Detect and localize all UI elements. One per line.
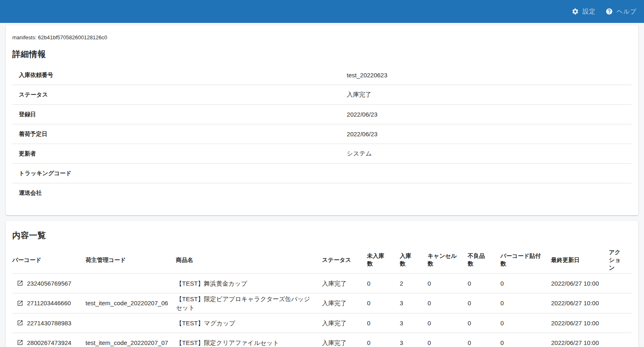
col-header-label: アクション [609, 248, 625, 272]
contents-card: 内容一覧 バーコード 荷主管理コード 商品名 ステータス 未入庫数 入庫数 キャ… [6, 221, 638, 347]
help-icon [606, 8, 613, 15]
cell-defective: 0 [468, 293, 500, 313]
cell-received: 3 [400, 293, 428, 313]
barcode-value: 2711203446660 [27, 299, 71, 307]
cell-not-received: 0 [367, 313, 400, 333]
table-row: 2324056769567 【TEST】舞浜黄金カップ 入庫完了 0 2 0 0… [12, 273, 632, 293]
cell-cancelled: 0 [428, 313, 468, 333]
cell-action [609, 273, 632, 293]
col-header-label: 商品名 [176, 256, 193, 264]
col-header-last-updated: 最終更新日 [551, 247, 609, 273]
app-bar: 設定 ヘルプ [0, 0, 644, 23]
col-header-label: 未入庫数 [367, 252, 385, 268]
table-row: 2800267473924 test_item_code_20220207_07… [12, 333, 632, 347]
cell-product-name: 【TEST】限定ピアプロキャラクターズ缶バッジセット [176, 293, 322, 313]
table-row: 2271430788983 【TEST】マグカップ 入庫完了 0 3 0 0 0… [12, 313, 632, 333]
col-header-received: 入庫数 [400, 247, 428, 273]
cell-barcode-labeled: 0 [500, 293, 551, 313]
detail-row-carrier: 運送会社 [12, 183, 632, 203]
detail-card: manifests: 62b41bf570582600128126c0 詳細情報… [6, 25, 638, 215]
cell-shipper-code [86, 313, 176, 333]
detail-row-updated-by: 更新者 システム [12, 144, 632, 164]
cell-action [609, 313, 632, 333]
open-in-new-icon[interactable] [17, 300, 23, 306]
detail-value: 2022/06/23 [347, 131, 632, 137]
cell-shipper-code: test_item_code_20220207_07 [86, 333, 176, 347]
cell-not-received: 0 [367, 293, 400, 313]
cell-shipper-code: test_item_code_20220207_06 [86, 293, 176, 313]
detail-label: 着荷予定日 [12, 131, 347, 138]
detail-label: 入庫依頼番号 [12, 72, 347, 79]
col-header-not-received: 未入庫数 [367, 247, 400, 273]
table-row: 2711203446660 test_item_code_20220207_06… [12, 293, 632, 313]
col-header-shipper-code: 荷主管理コード [86, 247, 176, 273]
open-in-new-icon[interactable] [17, 320, 23, 326]
col-header-label: 不良品数 [468, 252, 486, 268]
detail-value: 入庫完了 [347, 91, 632, 99]
cell-action [609, 293, 632, 313]
cell-defective: 0 [468, 333, 500, 347]
cell-action [609, 333, 632, 347]
col-header-label: キャンセル数 [428, 252, 457, 268]
help-button[interactable]: ヘルプ [601, 5, 642, 19]
col-header-label: ステータス [322, 256, 351, 264]
cell-status: 入庫完了 [322, 313, 367, 333]
detail-label: トラッキングコード [12, 170, 347, 177]
barcode-value: 2800267473924 [27, 338, 71, 347]
detail-table: 入庫依頼番号 test_20220623 ステータス 入庫完了 登録日 2022… [12, 65, 632, 203]
cell-barcode-labeled: 0 [500, 313, 551, 333]
detail-value: test_20220623 [347, 72, 632, 79]
main-content: manifests: 62b41bf570582600128126c0 詳細情報… [0, 23, 644, 347]
settings-label: 設定 [583, 8, 596, 16]
cell-last-updated: 2022/06/27 10:00 [551, 293, 609, 313]
cell-status: 入庫完了 [322, 333, 367, 347]
cell-not-received: 0 [367, 333, 400, 347]
detail-row-registered-date: 登録日 2022/06/23 [12, 105, 632, 124]
barcode-value: 2324056769567 [27, 279, 71, 288]
detail-row-request-number: 入庫依頼番号 test_20220623 [12, 65, 632, 85]
detail-card-title: 詳細情報 [12, 49, 632, 60]
help-label: ヘルプ [617, 8, 637, 16]
col-header-label: 入庫数 [400, 252, 412, 268]
col-header-label: 荷主管理コード [86, 256, 126, 264]
detail-row-status: ステータス 入庫完了 [12, 85, 632, 105]
contents-table: バーコード 荷主管理コード 商品名 ステータス 未入庫数 入庫数 キャンセル数 … [12, 247, 632, 347]
cell-status: 入庫完了 [322, 273, 367, 293]
col-header-action: アクション [609, 247, 632, 273]
cell-cancelled: 0 [428, 293, 468, 313]
detail-label: ステータス [12, 91, 347, 99]
col-header-defective: 不良品数 [468, 247, 500, 273]
contents-card-title: 内容一覧 [12, 230, 632, 241]
cell-received: 3 [400, 313, 428, 333]
detail-label: 運送会社 [12, 189, 347, 197]
table-header-row: バーコード 荷主管理コード 商品名 ステータス 未入庫数 入庫数 キャンセル数 … [12, 247, 632, 273]
open-in-new-icon[interactable] [17, 280, 23, 286]
cell-received: 3 [400, 333, 428, 347]
detail-row-tracking-code: トラッキングコード [12, 164, 632, 183]
cell-product-name: 【TEST】限定クリアファイルセット [176, 333, 322, 347]
col-header-barcode: バーコード [12, 247, 86, 273]
col-header-label: バーコード貼付数 [500, 252, 541, 268]
cell-status: 入庫完了 [322, 293, 367, 313]
gear-icon [572, 8, 579, 15]
cell-defective: 0 [468, 313, 500, 333]
cell-product-name: 【TEST】舞浜黄金カップ [176, 273, 322, 293]
detail-row-arrival-date: 着荷予定日 2022/06/23 [12, 124, 632, 144]
detail-value: 2022/06/23 [347, 111, 632, 118]
cell-last-updated: 2022/06/27 10:00 [551, 333, 609, 347]
cell-barcode: 2324056769567 [12, 273, 86, 293]
settings-button[interactable]: 設定 [567, 5, 601, 19]
detail-label: 更新者 [12, 150, 347, 158]
cell-barcode-labeled: 0 [500, 273, 551, 293]
cell-cancelled: 0 [428, 333, 468, 347]
cell-last-updated: 2022/06/27 10:00 [551, 273, 609, 293]
cell-barcode: 2800267473924 [12, 333, 86, 347]
cell-last-updated: 2022/06/27 10:00 [551, 313, 609, 333]
cell-barcode: 2271430788983 [12, 313, 86, 333]
detail-label: 登録日 [12, 111, 347, 118]
cell-product-name: 【TEST】マグカップ [176, 313, 322, 333]
cell-received: 2 [400, 273, 428, 293]
manifest-id-line: manifests: 62b41bf570582600128126c0 [12, 34, 632, 41]
open-in-new-icon[interactable] [17, 339, 23, 346]
col-header-label: バーコード [12, 256, 41, 264]
